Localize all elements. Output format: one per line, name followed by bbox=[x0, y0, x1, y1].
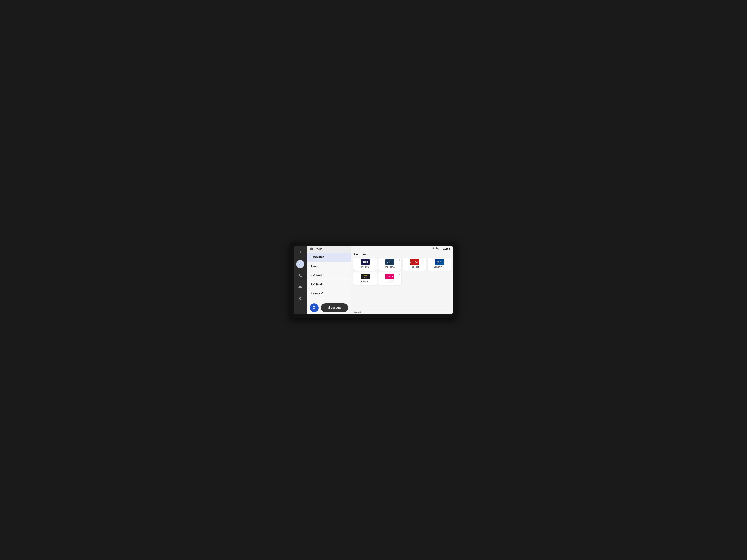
menu-item-fm-radio[interactable]: FM Radio › bbox=[307, 271, 351, 280]
infotainment-screen: ▲ ♫ bbox=[294, 245, 453, 315]
bottom-bar: 101.7 bbox=[351, 309, 453, 315]
channel-logo-pop2k: POP2K bbox=[385, 273, 394, 279]
mute-icon bbox=[436, 247, 439, 250]
menu-item-siriusxm[interactable]: SiriusXM bbox=[307, 289, 351, 298]
settings-icon[interactable] bbox=[296, 294, 304, 302]
right-panel: 12:55 Favorites + 8⚪8 80s on 8 + bbox=[351, 245, 453, 315]
add-icon[interactable]: + bbox=[399, 258, 401, 261]
svg-rect-3 bbox=[311, 249, 312, 250]
channel-label-pop2k: Pop 2K bbox=[386, 280, 393, 283]
channel-label-highway: The High… bbox=[385, 266, 395, 268]
add-icon[interactable]: + bbox=[399, 273, 401, 276]
left-panel: Radio Favorites Tune FM Radio › AM Radio bbox=[307, 245, 351, 315]
menu-item-am-radio[interactable]: AM Radio › bbox=[307, 280, 351, 289]
fav-card-highway[interactable]: + thehighway The High… bbox=[378, 258, 402, 271]
signal-icon bbox=[432, 247, 435, 250]
fav-card-siriusxm[interactable]: + SiriusXM SiriusXM … bbox=[428, 258, 451, 271]
clock: 12:55 bbox=[443, 247, 450, 250]
add-icon[interactable]: + bbox=[374, 258, 376, 261]
svg-point-6 bbox=[433, 249, 434, 249]
sources-button[interactable]: Sources bbox=[321, 303, 348, 312]
menu-list: Favorites Tune FM Radio › AM Radio › Sir bbox=[307, 253, 351, 301]
phone-icon[interactable] bbox=[296, 271, 304, 279]
search-button[interactable] bbox=[310, 303, 319, 312]
chevron-right-icon: › bbox=[346, 283, 347, 286]
fav-card-classic-vinyl[interactable]: + Classicvinyl Classic V… bbox=[354, 272, 377, 285]
bluetooth-icon bbox=[440, 247, 442, 250]
favorites-grid: + 8⚪8 80s on 8 + thehighway The High… bbox=[354, 258, 451, 285]
fav-card-heat[interactable]: + HEAT The Heat bbox=[403, 258, 426, 271]
chevron-right-icon: › bbox=[346, 274, 347, 277]
channel-label-80s: 80s on 8 bbox=[361, 266, 369, 268]
channel-logo-highway: thehighway bbox=[385, 259, 394, 265]
channel-logo-classic-vinyl: Classicvinyl bbox=[361, 273, 369, 279]
channel-label-heat: The Heat bbox=[410, 266, 419, 268]
favorites-content: Favorites + 8⚪8 80s on 8 + thehighway bbox=[351, 252, 453, 310]
right-header: 12:55 bbox=[351, 245, 453, 252]
radio-icon bbox=[310, 247, 313, 251]
channel-logo-80s: 8⚪8 bbox=[361, 259, 369, 265]
add-icon[interactable]: + bbox=[423, 258, 425, 261]
navigation-icon[interactable]: ▲ bbox=[296, 248, 304, 256]
music-icon[interactable]: ♫ bbox=[296, 260, 304, 268]
channel-label-siriusxm: SiriusXM … bbox=[434, 266, 445, 268]
channel-label-classic-vinyl: Classic V… bbox=[360, 280, 370, 283]
channel-logo-heat: HEAT bbox=[410, 259, 419, 265]
panel-title: Radio bbox=[315, 247, 323, 251]
panel-header: Radio bbox=[307, 245, 351, 253]
frequency-display: 101.7 bbox=[354, 310, 361, 313]
svg-point-1 bbox=[310, 249, 311, 250]
menu-item-tune[interactable]: Tune bbox=[307, 262, 351, 271]
menu-item-favorites[interactable]: Favorites bbox=[307, 253, 351, 262]
car-frame: ▲ ♫ bbox=[290, 242, 457, 318]
fav-card-80s[interactable]: + 8⚪8 80s on 8 bbox=[354, 258, 377, 271]
fav-card-pop2k[interactable]: + POP2K Pop 2K bbox=[378, 272, 402, 285]
svg-line-8 bbox=[440, 247, 441, 248]
svg-line-9 bbox=[440, 248, 441, 249]
sidebar: ▲ ♫ bbox=[294, 245, 307, 315]
status-bar: 12:55 bbox=[432, 247, 450, 250]
car-icon[interactable] bbox=[296, 283, 304, 291]
add-icon[interactable]: + bbox=[448, 258, 450, 261]
panel-bottom: Sources bbox=[307, 301, 351, 315]
svg-rect-2 bbox=[311, 249, 313, 249]
channel-logo-siriusxm: SiriusXM bbox=[435, 259, 444, 265]
favorites-title: Favorites bbox=[354, 253, 451, 256]
add-icon[interactable]: + bbox=[374, 273, 376, 276]
svg-line-5 bbox=[315, 309, 316, 310]
